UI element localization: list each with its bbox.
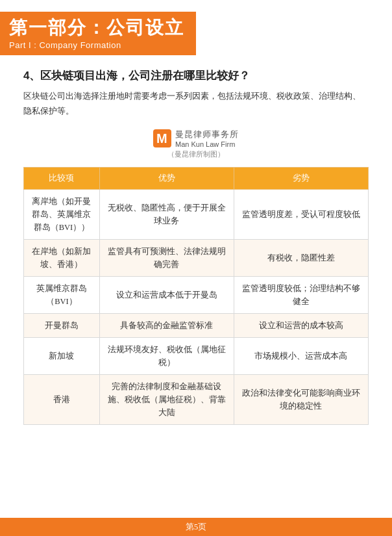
svg-text:M: M	[156, 131, 167, 146]
cell-pro: 具备较高的金融监管标准	[99, 314, 234, 338]
cell-con: 监管透明度差，受认可程度较低	[234, 190, 368, 240]
section-title: 4、区块链项目出海，公司注册在哪里比较好？	[23, 68, 369, 83]
table-row: 在岸地（如新加坡、香港）监管具有可预测性、法律法规明确完善有税收，隐匿性差	[24, 240, 369, 277]
table-row: 开曼群岛具备较高的金融监管标准设立和运营的成本较高	[24, 314, 369, 338]
cell-item: 离岸地（如开曼群岛、英属维京群岛（BVI））	[24, 190, 100, 240]
table-row: 英属维京群岛（BVI）设立和运营成本低于开曼岛监管透明度较低；治理结构不够健全	[24, 277, 369, 314]
comparison-table: 比较项 优势 劣势 离岸地（如开曼群岛、英属维京群岛（BVI））无税收、隐匿性高…	[23, 167, 369, 425]
logo-icon: M	[153, 129, 171, 147]
cell-item: 香港	[24, 375, 100, 425]
logo-text-group: 曼昆律师事务所 Man Kun Law Firm	[175, 129, 239, 148]
cell-pro: 设立和运营成本低于开曼岛	[99, 277, 234, 314]
cell-con: 监管透明度较低；治理结构不够健全	[234, 277, 368, 314]
header-orange-block: 第一部分：公司设立 Part I : Company Formation	[0, 12, 196, 55]
logo-inner: M 曼昆律师事务所 Man Kun Law Firm	[153, 129, 239, 148]
cell-item: 在岸地（如新加坡、香港）	[24, 240, 100, 277]
cell-pro: 无税收、隐匿性高，便于开展全球业务	[99, 190, 234, 240]
logo-name-en: Man Kun Law Firm	[175, 140, 239, 148]
cell-con: 有税收，隐匿性差	[234, 240, 368, 277]
cell-pro: 法规环境友好、税收低（属地征税）	[99, 338, 234, 375]
col-header-con: 劣势	[234, 168, 368, 190]
cell-item: 开曼群岛	[24, 314, 100, 338]
cell-pro: 监管具有可预测性、法律法规明确完善	[99, 240, 234, 277]
page-header: 第一部分：公司设立 Part I : Company Formation	[0, 0, 392, 62]
col-header-item: 比较项	[24, 168, 100, 190]
table-row: 新加坡法规环境友好、税收低（属地征税）市场规模小、运营成本高	[24, 338, 369, 375]
cell-pro: 完善的法律制度和金融基础设施、税收低（属地征税）、背靠大陆	[99, 375, 234, 425]
logo-name-cn: 曼昆律师事务所	[175, 129, 239, 140]
main-content: 4、区块链项目出海，公司注册在哪里比较好？ 区块链公司出海选择注册地时需要考虑一…	[0, 62, 392, 426]
page-footer: 第5页	[0, 518, 392, 536]
cell-con: 政治和法律变化可能影响商业环境的稳定性	[234, 375, 368, 425]
col-header-pro: 优势	[99, 168, 234, 190]
table-row: 离岸地（如开曼群岛、英属维京群岛（BVI））无税收、隐匿性高，便于开展全球业务监…	[24, 190, 369, 240]
cell-item: 英属维京群岛（BVI）	[24, 277, 100, 314]
cell-con: 市场规模小、运营成本高	[234, 338, 368, 375]
cell-con: 设立和运营的成本较高	[234, 314, 368, 338]
header-title-en: Part I : Company Formation	[9, 40, 184, 50]
logo-area: M 曼昆律师事务所 Man Kun Law Firm （曼昆律所制图）	[23, 129, 369, 159]
logo-caption: （曼昆律所制图）	[167, 149, 225, 159]
cell-item: 新加坡	[24, 338, 100, 375]
page-number: 第5页	[186, 521, 207, 533]
table-row: 香港完善的法律制度和金融基础设施、税收低（属地征税）、背靠大陆政治和法律变化可能…	[24, 375, 369, 425]
header-title-cn: 第一部分：公司设立	[9, 17, 184, 39]
section-desc: 区块链公司出海选择注册地时需要考虑一系列因素，包括法规环境、税收政策、治理结构、…	[23, 88, 369, 119]
table-header-row: 比较项 优势 劣势	[24, 168, 369, 190]
